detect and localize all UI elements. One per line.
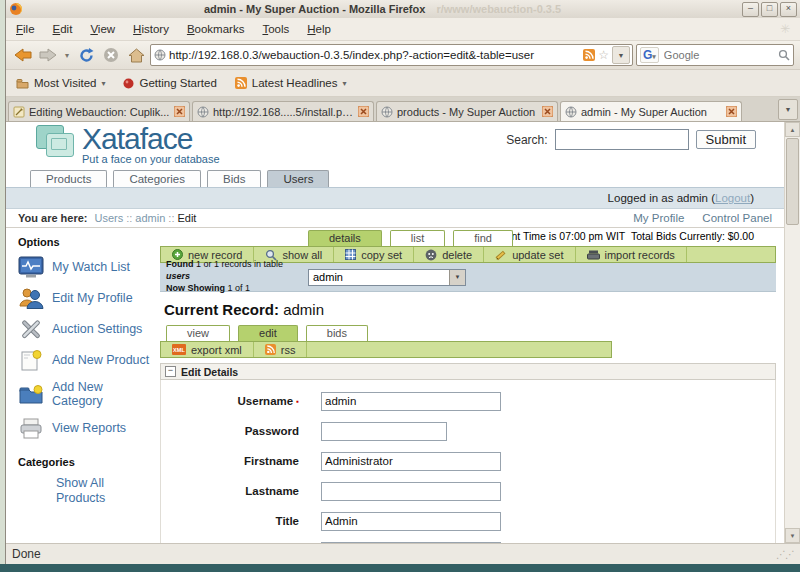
tab-close-icon[interactable] [358, 106, 369, 117]
browser-tab[interactable]: Editing Webauction: Cuplik... [8, 101, 190, 121]
url-bar[interactable]: http://192.168.0.3/webauction-0.3.5/inde… [150, 44, 633, 66]
titlebar[interactable]: admin - My Super Auction - Mozilla Firef… [6, 0, 800, 18]
select-dropdown-icon[interactable]: ▼ [449, 270, 465, 285]
tab-close-icon[interactable] [726, 106, 737, 117]
form-row-username: Username▪ [161, 386, 775, 416]
menu-edit[interactable]: Edit [53, 23, 73, 35]
collapse-section-icon[interactable]: − [165, 366, 176, 377]
url-input[interactable]: http://192.168.0.3/webauction-0.3.5/inde… [169, 49, 580, 61]
action-update-set[interactable]: update set [484, 247, 575, 262]
home-icon[interactable] [125, 44, 147, 66]
category-link-show-all-products[interactable]: Show All Products [56, 476, 128, 506]
folder-icon [16, 78, 29, 89]
urlbar-dropdown-icon[interactable]: ▼ [612, 46, 630, 64]
tab-products[interactable]: Products [30, 170, 107, 187]
link-my-profile[interactable]: My Profile [633, 212, 684, 224]
maximize-button[interactable]: □ [761, 2, 778, 17]
site-search-input[interactable] [555, 129, 689, 150]
username-input[interactable] [321, 392, 501, 411]
sidebar-item-edit-my-profile[interactable]: Edit My Profile [18, 287, 158, 310]
menu-tools[interactable]: Tools [262, 23, 289, 35]
menu-bookmarks[interactable]: Bookmarks [187, 23, 245, 35]
tab-title: products - My Super Auction [397, 106, 538, 118]
globe-icon [565, 106, 577, 118]
browser-tab[interactable]: products - My Super Auction [376, 101, 558, 121]
google-search-box[interactable]: G▾ [636, 44, 794, 66]
field-label: Password [161, 425, 299, 437]
department-input[interactable] [321, 542, 501, 544]
bookmark-getting-started[interactable]: Getting Started [123, 77, 216, 89]
tab-list[interactable]: list [390, 230, 445, 246]
scrollbar-thumb[interactable] [786, 138, 799, 225]
forward-icon[interactable] [37, 44, 59, 66]
action-export-xml[interactable]: XMLexport xml [161, 342, 254, 357]
tab-categories[interactable]: Categories [113, 170, 201, 187]
record-select[interactable]: admin ▼ [308, 269, 466, 286]
breadcrumb-link-users[interactable]: Users [95, 212, 124, 224]
tab-users[interactable]: Users [267, 170, 329, 187]
site-header: Xataface Put a face on your database Sea… [6, 122, 784, 168]
action-import-records[interactable]: import records [576, 247, 687, 262]
menu-help[interactable]: Help [307, 23, 331, 35]
tab-edit[interactable]: edit [238, 325, 298, 341]
bookmark-most-visited[interactable]: Most Visited▾ [16, 77, 105, 89]
history-dropdown-icon[interactable]: ▾ [62, 51, 72, 60]
tab-close-icon[interactable] [542, 106, 553, 117]
vertical-scrollbar[interactable]: ▲ ▼ [784, 122, 800, 543]
breadcrumb-prefix: You are here: [18, 212, 88, 224]
scroll-down-icon[interactable]: ▼ [785, 528, 800, 543]
status-bar: Done ⋰⋰ [6, 543, 800, 564]
sidebar-item-add-new-product[interactable]: Add New Product [18, 349, 158, 372]
menu-view[interactable]: View [90, 23, 115, 35]
link-control-panel[interactable]: Control Panel [702, 212, 772, 224]
tab-bids[interactable]: Bids [207, 170, 261, 187]
reload-icon[interactable] [75, 44, 97, 66]
title-input[interactable] [321, 512, 501, 531]
back-icon[interactable] [12, 44, 34, 66]
sidebar-item-view-reports[interactable]: View Reports [18, 417, 158, 440]
action-delete[interactable]: delete [414, 247, 484, 262]
sidebar-item-my-watch-list[interactable]: My Watch List [18, 256, 158, 279]
minimize-button[interactable]: – [742, 2, 759, 17]
rss-feed-icon[interactable] [583, 49, 595, 61]
update-set-icon [495, 249, 507, 261]
page-favicon-icon [154, 49, 166, 61]
google-search-input[interactable] [662, 48, 775, 62]
lastname-input[interactable] [321, 482, 501, 501]
resize-grip[interactable]: ⋰⋰ [776, 549, 794, 560]
breadcrumb-separator: :: [126, 212, 132, 224]
browser-tab[interactable]: admin - My Super Auction [560, 101, 742, 121]
site-search-submit-button[interactable]: Submit [696, 130, 756, 149]
magnifier-icon[interactable] [778, 49, 790, 61]
sidebar-item-add-new-category[interactable]: Add New Category [18, 380, 158, 409]
action-label: update set [512, 249, 563, 261]
stop-icon[interactable] [100, 44, 122, 66]
scroll-up-icon[interactable]: ▲ [785, 122, 800, 137]
tab-bids[interactable]: bids [306, 325, 368, 341]
tab-details[interactable]: details [308, 230, 382, 246]
action-copy-set[interactable]: copy set [334, 247, 414, 262]
menu-file[interactable]: File [16, 23, 35, 35]
firstname-input[interactable] [321, 452, 501, 471]
tab-list-dropdown-icon[interactable]: ▼ [778, 99, 798, 120]
logout-link[interactable]: Logout [715, 192, 750, 204]
password-input[interactable] [321, 422, 447, 441]
tab-find[interactable]: find [453, 230, 513, 246]
tab-view[interactable]: view [166, 325, 230, 341]
breadcrumb-current: Edit [177, 212, 196, 224]
form-row-department: Department [161, 536, 775, 543]
menu-history[interactable]: History [133, 23, 169, 35]
browser-tab[interactable]: http://192.168.....5/install.php [192, 101, 374, 121]
bookmark-star-icon[interactable]: ☆ [598, 49, 609, 61]
sidebar-item-label: Auction Settings [52, 322, 142, 336]
sidebar-item-auction-settings[interactable]: Auction Settings [18, 318, 158, 341]
sidebar-item-label: My Watch List [52, 260, 130, 274]
close-button[interactable]: × [780, 2, 797, 17]
google-engine-icon[interactable]: G▾ [640, 47, 659, 63]
tab-close-icon[interactable] [174, 106, 185, 117]
import-records-icon [587, 250, 600, 260]
delete-icon [425, 249, 437, 261]
action-rss[interactable]: rss [254, 342, 308, 357]
breadcrumb-link-admin[interactable]: admin [135, 212, 165, 224]
bookmark-latest-headlines[interactable]: Latest Headlines▾ [235, 77, 347, 89]
